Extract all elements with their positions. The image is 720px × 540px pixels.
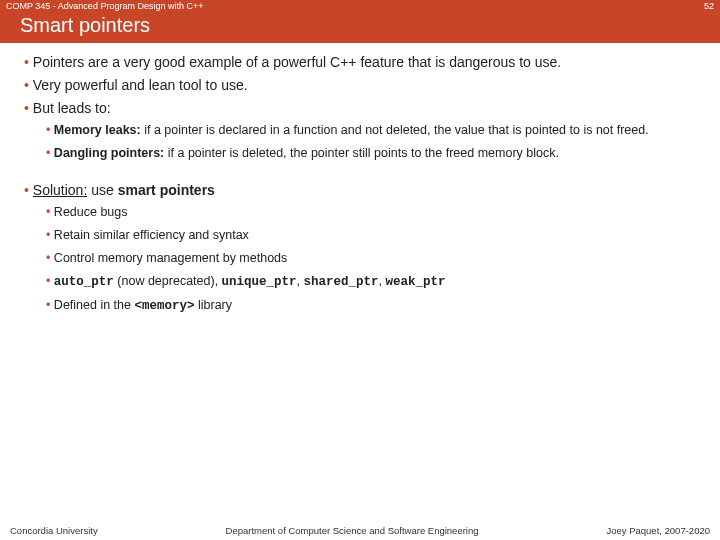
footer-right: Joey Paquet, 2007-2020 [606,525,710,536]
bullet-text: (now deprecated), [114,274,222,288]
sub-bullet-item: Control memory management by methods [46,250,696,267]
code-term: unique_ptr [222,275,297,289]
course-label: COMP 345 - Advanced Program Design with … [6,1,203,11]
footer-left: Concordia University [10,525,98,536]
bullet-text: Reduce bugs [54,205,128,219]
code-term: auto_ptr [54,275,114,289]
bullet-text: library [194,298,232,312]
bold-term: smart pointers [118,182,215,198]
bold-term: Memory leaks: [54,123,141,137]
sub-bullet-item: Memory leaks: if a pointer is declared i… [46,122,696,139]
bullet-text: use [87,182,117,198]
bullet-text: Retain similar efficiency and syntax [54,228,249,242]
sub-bullet-item: Dangling pointers: if a pointer is delet… [46,145,696,162]
bullet-text: Very powerful and lean tool to use. [33,77,248,93]
bullet-item: But leads to: [24,99,696,118]
sub-bullet-item: Retain similar efficiency and syntax [46,227,696,244]
slide-number: 52 [704,1,714,11]
bullet-text: if a pointer is deleted, the pointer sti… [164,146,559,160]
footer-bar: Concordia University Department of Compu… [0,525,720,536]
header-bar: COMP 345 - Advanced Program Design with … [0,0,720,12]
bullet-text: , [379,274,386,288]
bullet-item: Very powerful and lean tool to use. [24,76,696,95]
bullet-text: But leads to: [33,100,111,116]
sub-bullet-item: Defined in the <memory> library [46,297,696,315]
bullet-text: if a pointer is declared in a function a… [141,123,649,137]
slide-content: Pointers are a very good example of a po… [0,43,720,315]
bullet-text: Pointers are a very good example of a po… [33,54,561,70]
bullet-item: Pointers are a very good example of a po… [24,53,696,72]
bold-term: Dangling pointers: [54,146,164,160]
code-term: weak_ptr [386,275,446,289]
bullet-text: Control memory management by methods [54,251,287,265]
sub-bullet-item: Reduce bugs [46,204,696,221]
bullet-text: , [297,274,304,288]
code-term: <memory> [134,299,194,313]
code-term: shared_ptr [304,275,379,289]
footer-center: Department of Computer Science and Softw… [226,525,479,536]
sub-bullet-item: auto_ptr (now deprecated), unique_ptr, s… [46,273,696,291]
bullet-text: Defined in the [54,298,135,312]
page-title: Smart pointers [20,14,150,36]
underline-term: Solution: [33,182,87,198]
title-bar: Smart pointers [0,12,720,43]
bullet-item: Solution: use smart pointers [24,181,696,200]
